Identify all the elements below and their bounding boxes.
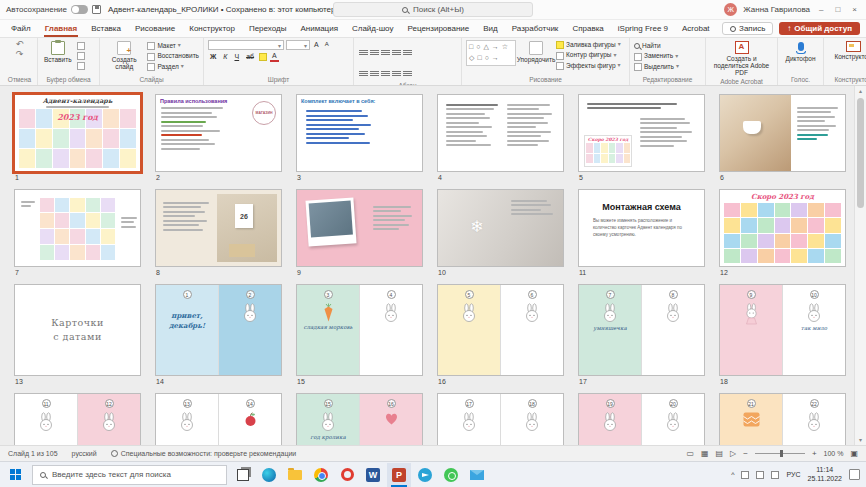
slide-thumbnail-18[interactable]: 910так мило (719, 284, 846, 376)
align-right-icon[interactable] (381, 70, 390, 77)
vertical-scrollbar[interactable]: ▴ ▾ (854, 86, 866, 445)
slide-thumbnail-9[interactable] (296, 189, 423, 267)
language-indicator[interactable]: русский (72, 450, 97, 457)
telegram-icon[interactable] (413, 463, 437, 487)
font-color-icon[interactable]: А (270, 52, 279, 62)
slide-sorter-view-icon[interactable]: ▦ (701, 449, 709, 458)
slide-thumbnail-15[interactable]: 3сладкая морковь4 (296, 284, 423, 376)
slide-thumbnail-17[interactable]: 7умняшечка8 (578, 284, 705, 376)
line-spacing-icon[interactable] (403, 49, 412, 56)
zoom-slider[interactable] (755, 453, 805, 454)
notification-center-icon[interactable] (849, 469, 860, 480)
slide-thumbnail-5[interactable]: Скоро 2023 год (578, 94, 705, 172)
tray-chevron-icon[interactable]: ^ (731, 471, 734, 478)
redo-icon[interactable]: ↷ (16, 50, 24, 60)
chrome-icon[interactable] (309, 463, 333, 487)
font-size-select[interactable]: ▾ (286, 40, 310, 50)
increase-font-icon[interactable]: А (312, 41, 321, 49)
reset-button[interactable]: Восстановить (147, 52, 199, 60)
designer-button[interactable]: Конструктор (832, 40, 866, 61)
layout-button[interactable]: Макет▾ (147, 42, 199, 50)
slide-thumbnail-1[interactable]: Адвент-календарь2023 год (14, 94, 141, 172)
close-button[interactable]: × (849, 5, 860, 14)
decrease-indent-icon[interactable] (381, 49, 390, 56)
cut-icon[interactable] (77, 42, 85, 50)
minimize-button[interactable]: – (816, 5, 826, 14)
numbering-icon[interactable] (370, 49, 379, 56)
maximize-button[interactable]: □ (832, 5, 843, 14)
record-button[interactable]: Запись (722, 22, 773, 35)
zoom-slider-thumb[interactable] (780, 450, 783, 457)
italic-button[interactable]: К (221, 53, 229, 61)
slide-thumbnail-21[interactable]: 15год кролика16 (296, 393, 423, 445)
slideshow-icon[interactable]: ▷ (730, 449, 736, 458)
shape-effects-button[interactable]: Эффекты фигур▾ (556, 62, 621, 70)
tab-Вставка[interactable]: Вставка (84, 21, 128, 36)
onedrive-icon[interactable] (741, 471, 749, 479)
tab-Разработчик[interactable]: Разработчик (505, 21, 566, 36)
reading-view-icon[interactable]: ▤ (716, 449, 724, 458)
whatsapp-icon[interactable] (439, 463, 463, 487)
tab-Главная[interactable]: Главная (38, 21, 85, 36)
format-painter-icon[interactable] (77, 62, 85, 70)
tab-Рисование[interactable]: Рисование (128, 21, 182, 36)
autosave-toggle[interactable] (71, 5, 88, 14)
slide-thumbnail-14[interactable]: 1привет, декабрь!2 (155, 284, 282, 376)
tab-Справка[interactable]: Справка (565, 21, 610, 36)
highlight-color-icon[interactable] (259, 53, 267, 61)
paste-button[interactable]: Вставить (42, 40, 74, 64)
zoom-out-icon[interactable]: − (743, 449, 748, 458)
bold-button[interactable]: Ж (208, 53, 218, 61)
strikethrough-button[interactable]: аб (244, 53, 256, 61)
tab-Переходы[interactable]: Переходы (242, 21, 294, 36)
slide-thumbnail-20[interactable]: 1314 (155, 393, 282, 445)
tab-Файл[interactable]: Файл (4, 21, 38, 36)
slide-thumbnail-6[interactable] (719, 94, 846, 172)
find-button[interactable]: Найти (634, 42, 661, 50)
word-icon[interactable]: W (361, 463, 385, 487)
avatar[interactable]: Ж (724, 3, 737, 16)
accessibility-status[interactable]: Специальные возможности: проверьте реком… (111, 450, 297, 457)
shapes-gallery[interactable]: □○△→☆◇□○→ (466, 40, 516, 66)
volume-icon[interactable] (771, 471, 779, 479)
scroll-up-icon[interactable]: ▴ (855, 86, 866, 96)
columns-icon[interactable] (403, 70, 412, 77)
search-box[interactable]: Поиск (Alt+Ы) (333, 2, 533, 17)
language-switch[interactable]: РУС (786, 471, 800, 478)
slide-thumbnail-10[interactable]: ❄ (437, 189, 564, 267)
underline-button[interactable]: Ч (232, 53, 241, 61)
zoom-level[interactable]: 100 % (824, 450, 844, 457)
decrease-font-icon[interactable]: А (323, 41, 331, 48)
copy-icon[interactable] (77, 52, 85, 60)
tab-iSpring Free 9[interactable]: iSpring Free 9 (611, 21, 675, 36)
slide-thumbnail-23[interactable]: 1920 (578, 393, 705, 445)
section-button[interactable]: Раздел▾ (147, 63, 199, 71)
dictate-button[interactable]: Диктофон (783, 40, 817, 63)
zoom-in-icon[interactable]: + (812, 449, 817, 458)
align-left-icon[interactable] (359, 70, 368, 77)
edge-icon[interactable] (257, 463, 281, 487)
slide-thumbnail-2[interactable]: Правила использованияМАГАЗИН (155, 94, 282, 172)
slide-thumbnail-13[interactable]: Карточки с датами (14, 284, 141, 376)
normal-view-icon[interactable]: ▭ (686, 449, 694, 458)
tab-Анимация[interactable]: Анимация (293, 21, 345, 36)
slide-thumbnail-22[interactable]: 1718 (437, 393, 564, 445)
slide-thumbnail-8[interactable]: 26 (155, 189, 282, 267)
slide-thumbnail-4[interactable] (437, 94, 564, 172)
justify-icon[interactable] (392, 70, 401, 77)
tab-Acrobat[interactable]: Acrobat (675, 21, 717, 36)
create-pdf-button[interactable]: A Создать и поделиться Adobe PDF (711, 40, 773, 77)
powerpoint-icon[interactable]: P (387, 463, 411, 487)
clock[interactable]: 11:1425.11.2022 (807, 466, 842, 484)
slide-thumbnail-11[interactable]: Монтажная схемаВы можете изменять распол… (578, 189, 705, 267)
taskbar-search[interactable]: Введите здесь текст для поиска (32, 465, 227, 485)
tab-Слайд-шоу[interactable]: Слайд-шоу (345, 21, 400, 36)
scrollbar-thumb[interactable] (857, 98, 864, 208)
tab-Конструктор[interactable]: Конструктор (182, 21, 242, 36)
save-icon[interactable] (92, 5, 101, 14)
tab-Вид[interactable]: Вид (476, 21, 504, 36)
slide-thumbnail-3[interactable]: Комплект включает в себя: (296, 94, 423, 172)
font-name-select[interactable]: ▾ (208, 40, 284, 50)
replace-button[interactable]: Заменить▾ (634, 52, 678, 60)
mail-icon[interactable] (465, 463, 489, 487)
